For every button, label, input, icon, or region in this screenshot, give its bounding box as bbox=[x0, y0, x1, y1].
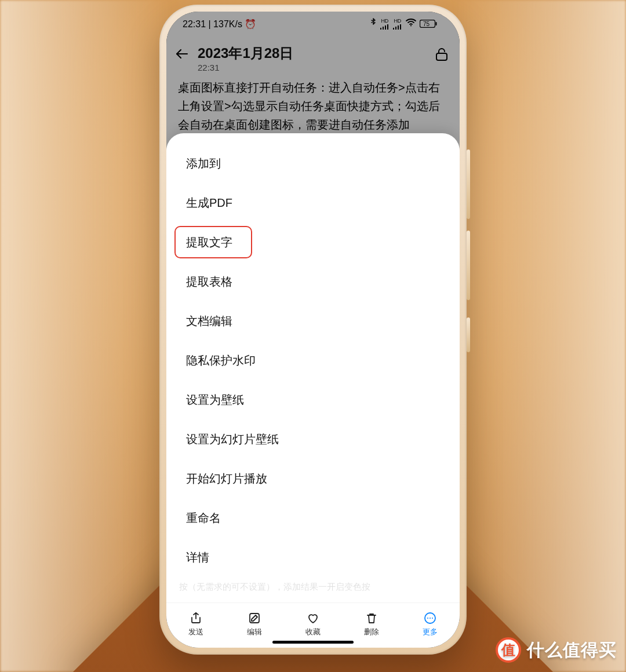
tab-favorite[interactable]: 收藏 bbox=[305, 611, 321, 637]
trash-icon bbox=[364, 611, 379, 626]
tab-label: 收藏 bbox=[305, 627, 321, 637]
menu-label: 重命名 bbox=[186, 510, 221, 526]
svg-point-15 bbox=[430, 618, 431, 619]
menu-label: 提取表格 bbox=[186, 274, 232, 290]
tab-more[interactable]: 更多 bbox=[423, 611, 438, 637]
watermark: 值 什么值得买 bbox=[496, 637, 617, 663]
svg-point-16 bbox=[432, 618, 433, 619]
menu-label: 文档编辑 bbox=[186, 313, 232, 329]
action-sheet: 添加到 生成PDF 提取文字 提取表格 文档编辑 隐私保护水印 设置为壁纸 设置… bbox=[166, 133, 460, 602]
decor-light-right bbox=[452, 0, 626, 672]
heart-icon bbox=[305, 611, 321, 626]
menu-extract-text[interactable]: 提取文字 bbox=[166, 222, 460, 262]
menu-label: 开始幻灯片播放 bbox=[186, 471, 267, 487]
menu-set-wallpaper[interactable]: 设置为壁纸 bbox=[166, 380, 460, 419]
tab-label: 删除 bbox=[364, 627, 379, 637]
tab-label: 更多 bbox=[423, 627, 438, 637]
menu-privacy-watermark[interactable]: 隐私保护水印 bbox=[166, 341, 460, 380]
share-icon bbox=[188, 611, 203, 626]
tab-delete[interactable]: 删除 bbox=[364, 611, 379, 637]
more-icon bbox=[423, 611, 438, 626]
app-surface: 22:31 | 137K/s ⏰ HD HD bbox=[166, 12, 460, 648]
menu-generate-pdf[interactable]: 生成PDF bbox=[166, 183, 460, 222]
menu-label: 生成PDF bbox=[186, 195, 232, 211]
menu-extract-table[interactable]: 提取表格 bbox=[166, 262, 460, 301]
menu-add-to[interactable]: 添加到 bbox=[166, 144, 460, 183]
phone-screen: 22:31 | 137K/s ⏰ HD HD bbox=[166, 12, 460, 648]
menu-set-slideshow-wallpaper[interactable]: 设置为幻灯片壁纸 bbox=[166, 419, 460, 459]
home-indicator[interactable] bbox=[272, 641, 354, 644]
tab-label: 发送 bbox=[188, 627, 203, 637]
menu-doc-edit[interactable]: 文档编辑 bbox=[166, 301, 460, 341]
menu-label: 隐私保护水印 bbox=[186, 353, 256, 368]
menu-label: 设置为幻灯片壁纸 bbox=[186, 432, 279, 447]
watermark-badge: 值 bbox=[496, 637, 521, 663]
edit-icon bbox=[247, 611, 262, 626]
phone-frame: 22:31 | 137K/s ⏰ HD HD bbox=[159, 5, 467, 655]
sheet-faded-hint: 按（无需求的可不设置），添加结果一开启变色按 bbox=[166, 577, 460, 593]
menu-label: 设置为壁纸 bbox=[186, 392, 244, 408]
decor-light-left bbox=[0, 0, 174, 672]
svg-point-14 bbox=[427, 618, 428, 619]
stage-background: 22:31 | 137K/s ⏰ HD HD bbox=[0, 0, 626, 672]
tab-label: 编辑 bbox=[247, 627, 262, 637]
tab-send[interactable]: 发送 bbox=[188, 611, 203, 637]
menu-start-slideshow[interactable]: 开始幻灯片播放 bbox=[166, 459, 460, 498]
tab-edit[interactable]: 编辑 bbox=[247, 611, 262, 637]
menu-label: 详情 bbox=[186, 550, 209, 565]
watermark-text: 什么值得买 bbox=[527, 638, 617, 662]
menu-rename[interactable]: 重命名 bbox=[166, 498, 460, 538]
menu-label: 添加到 bbox=[186, 156, 221, 171]
menu-label: 提取文字 bbox=[186, 235, 232, 250]
menu-details[interactable]: 详情 bbox=[166, 538, 460, 577]
